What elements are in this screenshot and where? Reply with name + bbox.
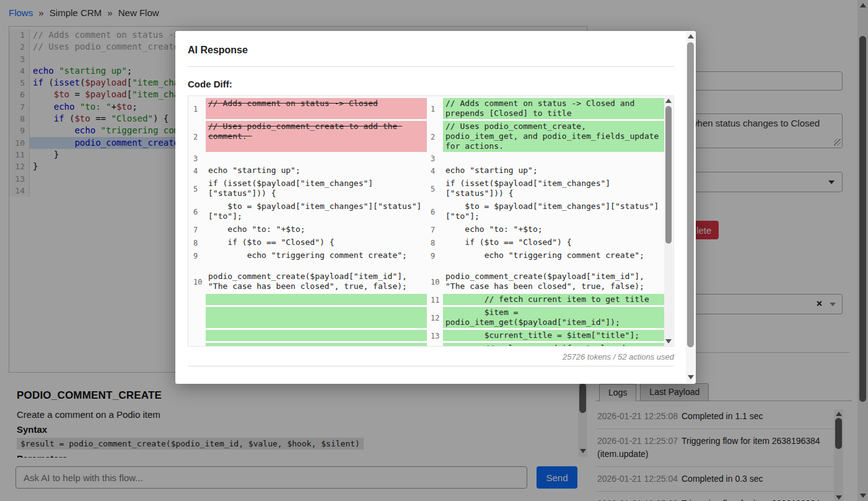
diff-old-line: $to = $payload["item_changes"]["status"]… [206,201,427,222]
diff-line-number-new: 3 [427,154,443,163]
diff-line-number-new: 12 [427,313,443,322]
diff-line-number-old: 6 [190,207,206,216]
diff-line-number-old: 9 [190,251,206,260]
diff-line-number-old: 1 [190,104,206,113]
diff-new-line: echo "to: "+$to; [443,224,664,235]
code-diff-viewer: 1// Adds comment on status -> Closed1// … [188,95,674,347]
diff-old-line: if ($to == "Closed") { [206,237,427,248]
diff-new-line: $to = $payload["item_changes"]["status"]… [443,201,664,222]
diff-new-line: $current_title = $item["title"]; [443,330,664,341]
diff-row: 1// Adds comment on status -> Closed1// … [190,98,664,119]
diff-line-number-new: 6 [427,207,443,216]
diff-new-line: podio_comment_create($payload["item_id"]… [443,271,664,292]
diff-row: 10podio_comment_create($payload["item_id… [190,271,664,292]
diff-line-number-new: 8 [427,238,443,247]
diff-new-line [443,154,664,163]
diff-new-line: // only prepend if not already present [443,343,664,347]
diff-new-line: if ($to == "Closed") { [443,237,664,248]
diff-line-number-old: 4 [190,166,206,175]
modal-title: AI Response [188,45,674,56]
diff-row: 12 $item = podio_item_get($payload["item… [190,307,664,328]
diff-old-line: echo "starting up"; [206,165,427,176]
diff-line-number-old: 2 [190,132,206,141]
diff-scrollbar[interactable] [664,97,673,345]
scroll-up-icon[interactable] [665,99,672,103]
diff-old-line [206,154,427,163]
diff-line-number-old: 5 [190,184,206,193]
diff-row: 11 // fetch current item to get title [190,294,664,305]
diff-line-number-old: 10 [190,277,206,286]
diff-row: 5if (isset($payload["item_changes"]["sta… [190,178,664,199]
diff-row: 2// Uses podio_comment_create to add the… [190,121,664,152]
diff-rows: 1// Adds comment on status -> Closed1// … [188,96,664,347]
diff-new-line: $item = podio_item_get($payload["item_id… [443,307,664,328]
diff-row: 6 $to = $payload["item_changes"]["status… [190,201,664,222]
diff-old-line [206,294,427,305]
diff-line-number-old [190,317,206,318]
diff-line-number-new: 1 [427,104,443,113]
token-usage-text: 25726 tokens / 52 actions used [188,352,674,361]
diff-new-line: if (isset($payload["item_changes"]["stat… [443,178,664,199]
diff-line-number-new: 4 [427,166,443,175]
scroll-up-icon[interactable] [688,34,694,38]
code-diff-label: Code Diff: [188,79,674,89]
divider [188,66,674,67]
diff-old-line: // Adds comment on status -> Closed [206,98,427,119]
diff-row: 14 // only prepend if not already presen… [190,343,664,347]
diff-new-line: // Adds comment on status -> Closed and … [443,98,664,119]
diff-line-number-new: 9 [427,251,443,260]
diff-old-line: if (isset($payload["item_changes"]["stat… [206,178,427,199]
diff-row: 33 [190,154,664,163]
diff-old-line: echo "triggering comment create"; [206,250,427,261]
diff-old-line: podio_comment_create($payload["item_id"]… [206,271,427,292]
diff-old-line [206,307,427,328]
modal-scrollbar[interactable] [686,32,695,383]
diff-new-line: // Uses podio_comment_create, podio_item… [443,121,664,152]
diff-old-line: echo "to: "+$to; [206,224,427,235]
diff-old-line [206,343,427,347]
diff-line-number-new: 5 [427,184,443,193]
scrollbar-thumb[interactable] [665,106,672,244]
scroll-down-icon[interactable] [665,339,672,344]
diff-new-line: // fetch current item to get title [443,294,664,305]
diff-line-number-old: 8 [190,238,206,247]
diff-row: 7 echo "to: "+$to;7 echo "to: "+$to; [190,224,664,235]
diff-line-number-old [190,335,206,336]
diff-row: 8 if ($to == "Closed") {8 if ($to == "Cl… [190,237,664,248]
diff-new-line: echo "starting up"; [443,165,664,176]
diff-line-number-new: 2 [427,132,443,141]
diff-spacer [190,263,664,271]
ai-response-modal: AI Response Code Diff: 1// Adds comment … [175,31,696,384]
diff-new-line: echo "triggering comment create"; [443,250,664,261]
diff-line-number-new: 13 [427,331,443,340]
scroll-down-icon[interactable] [688,375,694,379]
diff-row: 4echo "starting up";4echo "starting up"; [190,165,664,176]
diff-line-number-new: 7 [427,225,443,234]
diff-line-number-old: 3 [190,154,206,163]
diff-old-line: // Uses podio_comment_create to add the … [206,121,427,152]
diff-row: 13 $current_title = $item["title"]; [190,330,664,341]
diff-row: 9 echo "triggering comment create";9 ech… [190,250,664,261]
diff-line-number-old [190,299,206,300]
diff-line-number-new: 10 [427,277,443,286]
diff-line-number-old: 7 [190,225,206,234]
diff-line-number-new: 11 [427,295,443,304]
diff-old-line [206,330,427,341]
divider [188,366,674,366]
scrollbar-thumb[interactable] [687,42,694,347]
